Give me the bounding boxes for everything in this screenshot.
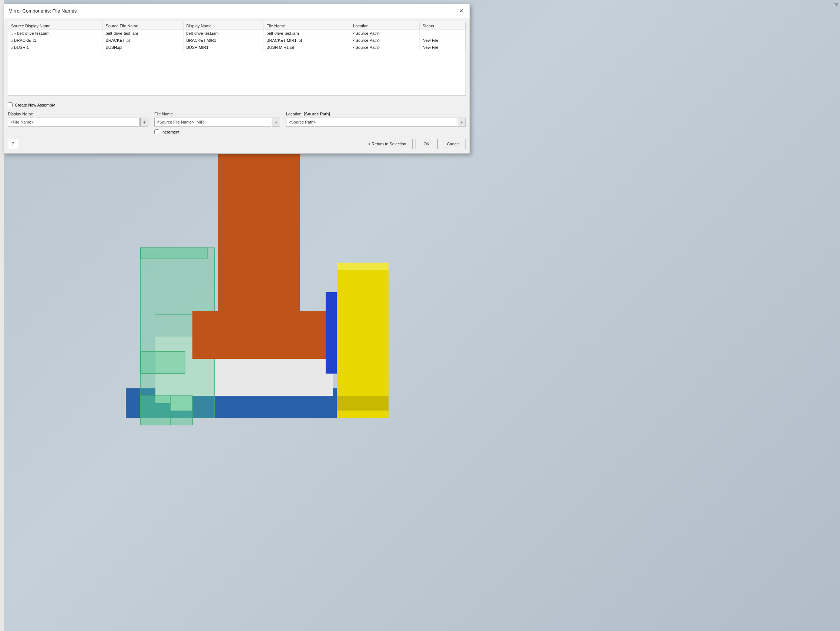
increment-checkbox[interactable] — [154, 129, 159, 134]
cell-source-file-name: belt-drive-test.iam — [103, 30, 183, 37]
svg-rect-8 — [170, 396, 193, 425]
svg-rect-7 — [141, 396, 170, 425]
ok-button[interactable]: OK — [415, 139, 438, 149]
file-name-group: File Name + Increment — [154, 112, 280, 134]
cell-display-name: belt-drive-test.iam — [183, 30, 264, 37]
file-name-plus-button[interactable]: + — [272, 118, 280, 126]
cell-status — [419, 30, 465, 37]
cancel-button[interactable]: Cancel — [441, 139, 466, 149]
cell-location: <Source Path> — [350, 30, 420, 37]
col-header-display-name: Display Name — [183, 22, 264, 30]
cell-display-name: BRACKET MIR1 — [183, 37, 264, 44]
location-input-row: + — [286, 118, 466, 126]
location-plus-button[interactable]: + — [458, 118, 466, 126]
action-buttons: < Return to Selection OK Cancel — [362, 139, 466, 149]
3d-viewport — [118, 137, 396, 425]
cell-file-name: BUSH MIR1.ipt — [264, 44, 350, 51]
cell-source-file-name: BUSH.ipt — [103, 44, 183, 51]
table-row[interactable]: 1 = belt-drive-test.iam belt-drive-test.… — [8, 30, 466, 37]
cell-status: New File — [419, 44, 465, 51]
col-header-source-display-name: Source Display Name — [8, 22, 103, 30]
location-group: Location: [Source Path] + — [286, 112, 466, 126]
file-name-input[interactable] — [154, 118, 271, 126]
cell-source-display-name: 2 BRACKET:1 — [8, 37, 103, 44]
create-new-assembly-label: Create New Assembly — [15, 103, 55, 107]
col-header-source-file-name: Source File Name — [103, 22, 183, 30]
cell-source-display-name: 2 BUSH:1 — [8, 44, 103, 51]
table-row[interactable]: 2 BRACKET:1 BRACKET.ipt BRACKET MIR1 BRA… — [8, 37, 466, 44]
dialog-title: Mirror Components: File Names — [8, 8, 77, 14]
col-header-location: Location — [350, 22, 420, 30]
cell-file-name: BRACKET MIR1.ipt — [264, 37, 350, 44]
display-name-input-row: + — [8, 118, 148, 126]
close-button[interactable]: ✕ — [457, 7, 465, 15]
svg-rect-6 — [141, 351, 185, 374]
dialog-mirror-components: Mirror Components: File Names ✕ Source D… — [4, 4, 470, 154]
svg-rect-15 — [337, 396, 388, 410]
cell-location: <Source Path> — [350, 44, 420, 51]
svg-rect-16 — [337, 263, 388, 270]
cell-file-name: belt-drive-test.iam — [264, 30, 350, 37]
return-to-selection-button[interactable]: < Return to Selection — [362, 139, 413, 149]
file-names-table[interactable]: Source Display Name Source File Name Dis… — [8, 22, 466, 96]
display-name-label: Display Name — [8, 112, 148, 116]
file-name-input-row: + — [154, 118, 280, 126]
display-name-input[interactable] — [8, 118, 139, 126]
file-name-label: File Name — [154, 112, 280, 116]
increment-label: Increment — [161, 130, 180, 134]
create-new-assembly-row: Create New Assembly — [8, 103, 466, 107]
svg-rect-5 — [141, 248, 207, 259]
display-name-plus-button[interactable]: + — [140, 118, 148, 126]
increment-row: Increment — [154, 129, 280, 134]
mr-label: mr — [833, 2, 838, 6]
cell-display-name: BUSH MIR1 — [183, 44, 264, 51]
col-header-file-name: File Name — [264, 22, 350, 30]
cell-source-display-name: 1 = belt-drive-test.iam — [8, 30, 103, 37]
display-name-group: Display Name + — [8, 112, 148, 126]
fields-row: Display Name + File Name + Increment — [8, 112, 466, 134]
cell-status: New File — [419, 37, 465, 44]
svg-rect-14 — [337, 263, 388, 418]
help-button[interactable]: ? — [8, 139, 18, 149]
cell-location: <Source Path> — [350, 37, 420, 44]
create-new-assembly-checkbox[interactable] — [8, 103, 13, 107]
col-header-status: Status — [419, 22, 465, 30]
dialog-titlebar: Mirror Components: File Names ✕ — [4, 4, 470, 18]
location-input[interactable] — [286, 118, 457, 126]
buttons-row: ? < Return to Selection OK Cancel — [8, 139, 466, 149]
cell-source-file-name: BRACKET.ipt — [103, 37, 183, 44]
table-row[interactable]: 2 BUSH:1 BUSH.ipt BUSH MIR1 BUSH MIR1.ip… — [8, 44, 466, 51]
location-label: Location: [Source Path] — [286, 112, 466, 116]
controls-section: Create New Assembly Display Name + File … — [4, 99, 470, 153]
svg-rect-12 — [193, 311, 326, 359]
